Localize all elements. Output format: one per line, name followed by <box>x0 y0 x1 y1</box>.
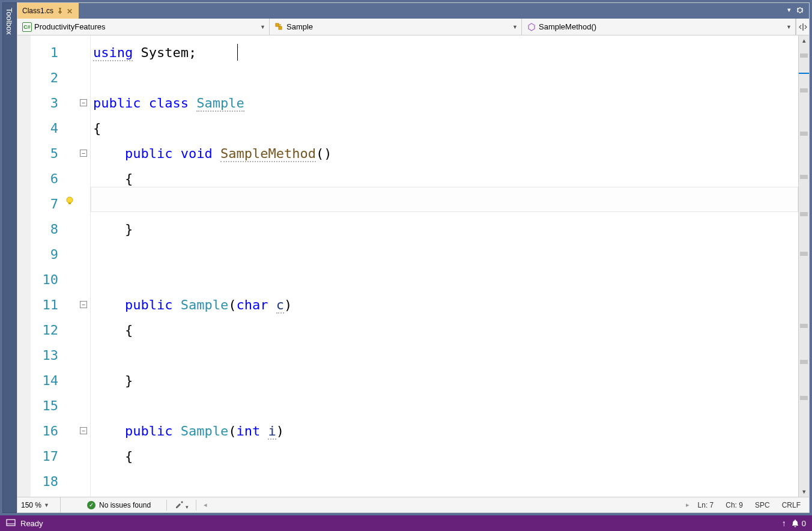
code-line[interactable]: public Sample(int i) <box>93 419 798 444</box>
code-line[interactable]: public class Sample <box>93 91 798 116</box>
main-area: Toolbox Class1.cs ✕ ▾ C# ProductivityFea <box>0 0 812 515</box>
output-pane-icon[interactable] <box>6 518 16 529</box>
code-content[interactable]: using System;public class Sample{ public… <box>91 35 798 497</box>
code-line[interactable] <box>93 393 798 419</box>
class-icon <box>274 22 284 32</box>
code-line[interactable] <box>93 343 798 368</box>
outline-collapse-toggle[interactable]: − <box>80 427 87 434</box>
notifications-button[interactable]: 0 <box>791 519 806 528</box>
code-line[interactable]: } <box>93 368 798 393</box>
issues-indicator[interactable]: ✓ No issues found <box>79 501 159 509</box>
publish-icon[interactable]: ↑ <box>782 518 786 528</box>
chevron-down-icon: ▼ <box>786 24 792 30</box>
scroll-up-arrow[interactable]: ▴ <box>799 37 809 44</box>
outline-collapse-toggle[interactable]: − <box>80 99 87 106</box>
glyph-margin <box>62 35 77 497</box>
zoom-value: 150 % <box>21 501 41 509</box>
zoom-dropdown[interactable]: 150 % ▼ <box>17 497 61 512</box>
lightbulb-icon[interactable] <box>64 195 75 206</box>
line-numbers: 123456789101112131415161718 <box>31 35 62 497</box>
code-line[interactable]: { <box>93 318 798 343</box>
chevron-down-icon: ▼ <box>44 502 49 508</box>
code-line[interactable] <box>93 242 798 267</box>
nav-class-dropdown[interactable]: Sample ▼ <box>270 19 522 35</box>
document-tab-label: Class1.cs <box>22 7 53 15</box>
settings-gear-icon[interactable] <box>796 6 804 16</box>
code-line[interactable] <box>93 267 798 293</box>
editor-container: Class1.cs ✕ ▾ C# ProductivityFeatures ▼ <box>17 2 810 513</box>
outline-collapse-toggle[interactable]: − <box>80 301 87 308</box>
code-line[interactable]: using System; <box>93 40 798 65</box>
code-line[interactable]: { <box>93 444 798 469</box>
close-icon[interactable]: ✕ <box>67 7 74 14</box>
outlining-margin[interactable]: −−−− <box>77 35 91 497</box>
status-bar: Ready ↑ 0 <box>0 515 812 531</box>
line-indicator[interactable]: Ln: 7 <box>698 501 714 509</box>
editor-info-bar: 150 % ▼ ✓ No issues found ▾ ◂ ▸ Ln: 7 Ch… <box>17 497 809 512</box>
nav-class-label: Sample <box>286 22 313 31</box>
outline-collapse-toggle[interactable]: − <box>80 150 87 157</box>
bell-icon <box>791 519 799 527</box>
code-line[interactable] <box>93 469 798 494</box>
code-editor[interactable]: 123456789101112131415161718 −−−− using S… <box>17 35 809 497</box>
code-line[interactable]: public void SampleMethod() <box>93 141 798 166</box>
whitespace-indicator[interactable]: SPC <box>755 501 770 509</box>
toolbox-panel-tab[interactable]: Toolbox <box>2 2 17 513</box>
nav-member-dropdown[interactable]: SampleMethod() ▼ <box>522 19 796 35</box>
svg-rect-6 <box>68 202 71 204</box>
hscroll-left-arrow[interactable]: ◂ <box>204 501 207 509</box>
code-line[interactable] <box>93 65 798 91</box>
notification-count: 0 <box>802 519 806 528</box>
code-cleanup-button[interactable]: ▾ <box>174 499 189 511</box>
document-tab-strip: Class1.cs ✕ ▾ <box>17 3 809 19</box>
csharp-icon: C# <box>22 22 32 32</box>
status-ready-label: Ready <box>20 519 43 528</box>
nav-project-dropdown[interactable]: C# ProductivityFeatures ▼ <box>17 19 270 35</box>
document-tab[interactable]: Class1.cs ✕ <box>17 3 79 19</box>
svg-rect-7 <box>7 520 15 526</box>
check-circle-icon: ✓ <box>87 501 95 509</box>
svg-rect-0 <box>276 23 279 26</box>
code-line[interactable]: { <box>93 116 798 141</box>
method-icon <box>527 22 536 32</box>
nav-project-label: ProductivityFeatures <box>34 22 106 31</box>
text-caret <box>237 44 238 61</box>
column-indicator[interactable]: Ch: 9 <box>726 501 743 509</box>
svg-point-5 <box>67 197 73 203</box>
code-line[interactable]: } <box>93 217 798 242</box>
navigation-bar: C# ProductivityFeatures ▼ Sample ▼ Sampl… <box>17 19 809 35</box>
chevron-down-icon: ▼ <box>512 24 518 30</box>
tab-overflow-icon[interactable]: ▾ <box>787 6 791 16</box>
current-line-highlight <box>91 187 798 212</box>
breakpoint-margin[interactable] <box>17 35 31 497</box>
pin-icon[interactable] <box>57 8 63 14</box>
nav-member-label: SampleMethod() <box>539 22 596 31</box>
split-editor-button[interactable] <box>796 19 809 35</box>
gutter: 123456789101112131415161718 <box>31 35 77 497</box>
chevron-down-icon: ▼ <box>260 24 265 30</box>
code-line[interactable]: public Sample(char c) <box>93 293 798 318</box>
overview-ruler[interactable]: ▴ ▾ <box>798 35 809 497</box>
line-ending-indicator[interactable]: CRLF <box>782 501 801 509</box>
issues-label: No issues found <box>99 501 151 509</box>
scroll-down-arrow[interactable]: ▾ <box>799 488 809 496</box>
